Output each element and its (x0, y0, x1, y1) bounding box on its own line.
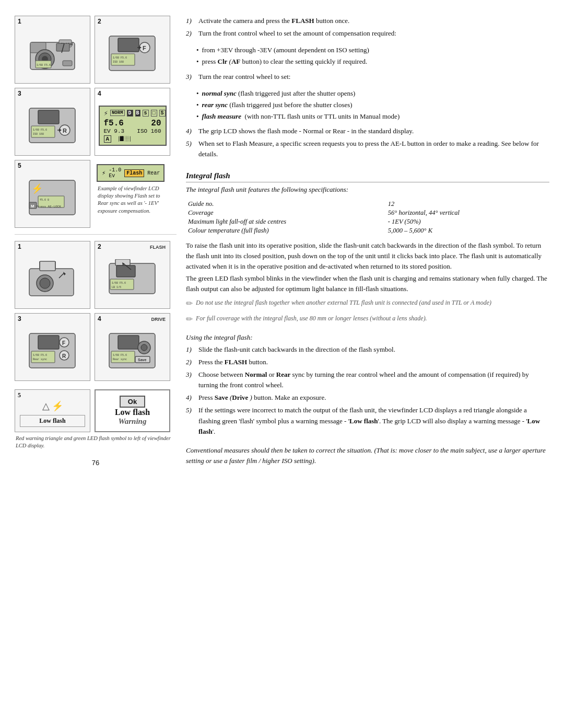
step-2-num: 2) (186, 28, 196, 39)
svg-text:R: R (62, 353, 66, 359)
using-step-1-text: Slide the flash-unit catch backwards in … (198, 344, 395, 355)
spec-value-1: 12 (386, 200, 549, 209)
box-num-1b: 1 (18, 243, 21, 250)
para-1: To raise the flash unit into its operati… (186, 240, 549, 272)
svg-text:Rear sync: Rear sync (113, 358, 127, 361)
box-num-3b: 3 (18, 315, 21, 322)
lcd-iso: ISO 160 (137, 128, 161, 134)
svg-text:1/60 F5.6: 1/60 F5.6 (112, 282, 126, 285)
using-step-5-text: If the settings were incorrect to match … (198, 405, 549, 436)
warning-text-large: Warning (119, 417, 147, 426)
warning-box-5: 5 △ ⚡ Low flash (15, 389, 90, 432)
low-flash-text: Low flash (39, 417, 65, 425)
step-2: 2) Turn the front control wheel to set t… (186, 28, 549, 39)
svg-text:1/60 F5.6: 1/60 F5.6 (113, 56, 127, 60)
using-step-3: 3) Choose between Normal or Rear sync by… (186, 369, 549, 390)
camera-back-r-svg: 1/60 F5.6 ISO 160 R (25, 104, 80, 147)
camera-back-rb-svg: 1/60 F5.6 Rear sync F R (25, 329, 80, 372)
camera-drive-svg: 1/60 F5.6 Rear sync Save (105, 329, 160, 372)
page-number: 76 (15, 459, 177, 467)
svg-text:1/60 F5.6: 1/60 F5.6 (37, 64, 51, 67)
step-2-text: Turn the front control wheel to set the … (198, 28, 396, 39)
step-4-text: The grip LCD shows the flash mode - Norm… (198, 126, 414, 136)
spec-value-2: 56° horizontal, 44° vertical (386, 209, 549, 217)
bullet-3-1-text: normal sync (flash triggered just after … (202, 88, 356, 99)
step-3-num: 3) (186, 72, 196, 82)
svg-rect-47 (116, 265, 135, 277)
box-num-2: 2 (98, 18, 101, 25)
ok-button: Ok (120, 396, 145, 408)
step-1-text: Activate the camera and press the FLASH … (198, 16, 349, 26)
svg-text:Press AE-LOCK: Press AE-LOCK (37, 205, 61, 209)
svg-rect-54 (38, 336, 59, 349)
camera-top-svg: FLASH 1/60 F5.6 (25, 32, 80, 75)
svg-text:⚡: ⚡ (31, 183, 43, 194)
step-5: 5) When set to Flash Measure, a specific… (186, 138, 549, 159)
svg-point-68 (141, 344, 147, 351)
box-num-2b: 2 (98, 243, 101, 250)
para-2: The green LED flash symbol blinks in the… (186, 273, 549, 294)
diagram-row-1: 1 FLASH (15, 16, 177, 84)
svg-text:1/60 F5.6: 1/60 F5.6 (113, 354, 127, 357)
box-num-5: 5 (18, 162, 21, 169)
note-1: ✏ Do not use the integral flash together… (186, 298, 549, 309)
specs-table: Guide no. 12 Coverage 56° horizontal, 44… (186, 200, 549, 235)
spec-value-3: - 1EV (50%) (386, 217, 549, 226)
bullet-2-1: from +3EV through -3EV (amount dependent… (196, 45, 549, 55)
using-step-5: 5) If the settings were incorrect to mat… (186, 405, 549, 436)
bullet-2-1-text: from +3EV through -3EV (amount dependent… (202, 45, 369, 55)
bullet-2-2-text: press Clr (AF button) to clear the setti… (202, 56, 368, 67)
step-1-num: 1) (186, 16, 196, 26)
box-num-4b: 4 (98, 315, 101, 322)
svg-rect-22 (38, 110, 59, 124)
using-step-2-num: 2) (186, 357, 196, 367)
spec-row-1: Guide no. 12 (186, 200, 549, 209)
note-icon-1: ✏ (186, 298, 193, 308)
bullet-2-2: press Clr (AF button) to clear the setti… (196, 56, 549, 67)
svg-rect-8 (63, 61, 72, 66)
flash-icon: ⚡ (52, 400, 63, 412)
bullet-3-2: rear sync (flash triggered just before t… (196, 100, 549, 110)
svg-text:1/60 F5.6: 1/60 F5.6 (33, 129, 47, 132)
svg-text:M: M (31, 204, 34, 209)
spec-row-4: Colour temperature (full flash) 5,000 – … (186, 226, 549, 235)
step-3: 3) Turn the rear control wheel to set: (186, 72, 549, 82)
step-5-text: When set to Flash Measure, a specific sc… (198, 138, 549, 159)
step-4-num: 4) (186, 126, 196, 136)
using-step-2-text: Press the FLASH button. (198, 357, 268, 367)
diagram-box-1b: 1 (15, 241, 90, 309)
bullet-3-3-text: flash measure (with non-TTL flash units … (202, 111, 400, 122)
svg-text:ISO 160: ISO 160 (113, 61, 124, 64)
step-3-list: 3) Turn the rear control wheel to set: (186, 72, 549, 84)
vf-display: ⚡ -1.0 Ev Flash Rear (97, 164, 164, 182)
spec-label-4: Colour temperature (full flash) (186, 226, 386, 235)
diagram-row-2: 3 1/60 F5.6 ISO 160 R (15, 88, 177, 156)
low-flash-large: Low flash (115, 408, 150, 417)
diagram-box-2b: 2 FLASH 1/60 F5.6 LB 1/6 (95, 241, 170, 309)
box-num-3: 3 (18, 90, 21, 97)
svg-text:LB 1/6: LB 1/6 (112, 286, 121, 289)
step-5-num: 5) (186, 138, 196, 159)
section-title-integral: Integral flash (186, 171, 549, 182)
spec-label-3: Maximum light fall-off at side centres (186, 217, 386, 226)
step-3-text: Turn the rear control wheel to set: (198, 72, 290, 82)
spec-value-4: 5,000 – 5,600° K (386, 226, 549, 235)
step-4: 4) The grip LCD shows the flash mode - N… (186, 126, 549, 136)
warning-section: 5 △ ⚡ Low flash Ok Low f (15, 387, 177, 449)
note-1-text: Do not use the integral flash together w… (196, 298, 491, 308)
svg-text:R: R (63, 128, 67, 134)
box-num-4: 4 (98, 90, 101, 97)
diagram-box-4: 4 ⚡ NORM D B s □ S (95, 88, 170, 156)
svg-text:Save: Save (138, 358, 146, 362)
spec-label-2: Coverage (186, 209, 386, 217)
warning-row: 5 △ ⚡ Low flash Ok Low f (15, 389, 177, 432)
bullet-3-2-text: rear sync (flash triggered just before t… (202, 100, 352, 110)
step-3-bullets: normal sync (flash triggered just after … (196, 88, 549, 123)
lcd-row2: f5.6 20 (104, 119, 161, 128)
svg-text:f5.6    8: f5.6 8 (40, 199, 49, 202)
steps-list: 1) Activate the camera and press the FLA… (186, 16, 549, 41)
diagram-box-3: 3 1/60 F5.6 ISO 160 R (15, 88, 90, 156)
lcd-display: ⚡ NORM D B s □ S f5.6 20 (99, 106, 167, 146)
using-step-3-text: Choose between Normal or Rear sync by tu… (198, 369, 549, 390)
steps-4-5-list: 4) The grip LCD shows the flash mode - N… (186, 126, 549, 161)
